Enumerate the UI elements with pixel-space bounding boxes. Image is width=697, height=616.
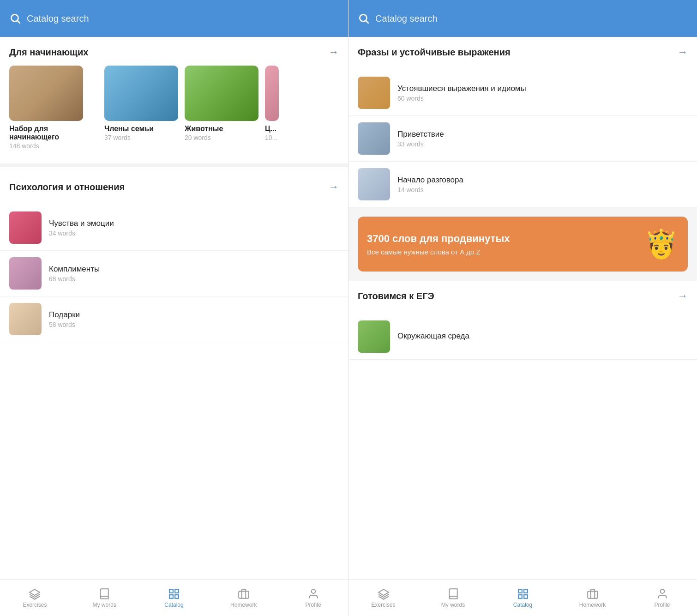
idioms-info: Устоявшиеся выражения и идиомы 60 words [397, 84, 526, 102]
feelings-img [9, 211, 42, 244]
card-nabot[interactable]: Набор для начинающего 148 words [9, 66, 98, 150]
nav-homework-left[interactable]: Homework [209, 580, 278, 616]
section-psychology-arrow[interactable]: → [329, 181, 339, 193]
conversation-title: Начало разговора [397, 175, 463, 185]
svg-point-15 [660, 589, 664, 593]
svg-point-7 [311, 589, 315, 593]
compliments-img [9, 257, 42, 290]
card-animals[interactable]: Животные 20 words [185, 66, 258, 150]
nav-profile-left[interactable]: Profile [278, 580, 348, 616]
search-input-left[interactable] [27, 13, 339, 24]
svg-rect-2 [169, 589, 173, 593]
section-phrases-header: Фразы и устойчивые выражения → [358, 46, 688, 58]
nav-profile-right[interactable]: Profile [627, 580, 697, 616]
section-phrases: Фразы и устойчивые выражения → [348, 37, 697, 70]
idioms-words: 60 words [397, 95, 526, 102]
nav-profile-label-right: Profile [654, 602, 670, 608]
list-item-idioms[interactable]: Устоявшиеся выражения и идиомы 60 words [348, 70, 697, 116]
nav-mywords-right[interactable]: My words [418, 580, 488, 616]
promo-banner[interactable]: 3700 слов для продвинутых Все самые нужн… [358, 217, 688, 272]
partial-img [265, 66, 279, 121]
card-family[interactable]: Члены семьи 37 words [104, 66, 178, 150]
svg-rect-3 [175, 589, 179, 593]
card-animals-words: 20 words [185, 134, 258, 141]
animals-img [185, 66, 258, 121]
section-ege-arrow[interactable]: → [678, 290, 688, 302]
search-bar-left[interactable] [0, 0, 348, 37]
svg-rect-5 [175, 595, 179, 598]
list-item-compliments[interactable]: Комплименты 68 words [0, 251, 348, 296]
beginners-cards: Набор для начинающего 148 words Члены се… [9, 66, 339, 154]
search-icon-left [9, 12, 21, 24]
left-content: Для начинающих → Набор для начинающего 1… [0, 37, 348, 579]
svg-rect-11 [524, 589, 528, 593]
search-input-right[interactable] [375, 13, 688, 24]
card-family-words: 37 words [104, 134, 178, 141]
compliments-words: 68 words [49, 275, 100, 283]
nav-exercises-label-right: Exercises [371, 602, 395, 608]
list-item-gifts[interactable]: Подарки 58 words [0, 296, 348, 342]
svg-rect-10 [518, 589, 522, 593]
nav-mywords-label-right: My words [441, 602, 465, 608]
section-beginners-header: Для начинающих → [9, 46, 339, 58]
list-item-greeting[interactable]: Приветствие 33 words [348, 116, 697, 162]
right-panel: Фразы и устойчивые выражения → Устоявшие… [348, 0, 697, 616]
section-beginners-arrow[interactable]: → [329, 46, 339, 58]
exercises-icon-left [29, 588, 41, 600]
conversation-words: 14 words [397, 186, 463, 193]
list-item-environment[interactable]: Окружающая среда [348, 314, 697, 360]
search-bar-right[interactable] [348, 0, 697, 37]
svg-rect-14 [588, 591, 598, 598]
card-animals-title: Животные [185, 125, 258, 133]
compliments-title: Комплименты [49, 265, 100, 274]
list-item-conversation[interactable]: Начало разговора 14 words [348, 162, 697, 207]
svg-line-9 [366, 21, 368, 23]
nav-catalog-left[interactable]: Catalog [139, 580, 209, 616]
feelings-thumb [9, 211, 42, 244]
woman-reading-img [9, 66, 83, 121]
list-item-feelings[interactable]: Чувства и эмоции 34 words [0, 205, 348, 251]
search-icon-right [358, 12, 370, 24]
promo-emoji-icon: 🤴 [644, 228, 679, 260]
nav-catalog-right[interactable]: Catalog [488, 580, 558, 616]
compliments-info: Комплименты 68 words [49, 265, 100, 283]
greeting-img [358, 122, 390, 155]
section-psychology: Психология и отношения → [0, 172, 348, 205]
family-img [104, 66, 178, 121]
right-content: Фразы и устойчивые выражения → Устоявшие… [348, 37, 697, 579]
nav-exercises-left[interactable]: Exercises [0, 580, 70, 616]
card-nabot-title: Набор для начинающего [9, 125, 98, 141]
divider-1 [0, 163, 348, 167]
conversation-img [358, 168, 390, 200]
card-family-title: Члены семьи [104, 125, 178, 133]
nav-mywords-left[interactable]: My words [70, 580, 139, 616]
profile-icon-right [656, 588, 668, 600]
card-nabot-image [9, 66, 83, 121]
section-ege-header: Готовимся к ЕГЭ → [358, 290, 688, 302]
section-phrases-arrow[interactable]: → [678, 46, 688, 58]
nav-catalog-label-right: Catalog [513, 602, 532, 608]
profile-icon-left [307, 588, 319, 600]
promo-title: 3700 слов для продвинутых [367, 232, 510, 246]
greeting-words: 33 words [397, 140, 444, 148]
nav-homework-label-right: Homework [579, 602, 606, 608]
nav-homework-label-left: Homework [230, 602, 257, 608]
section-phrases-title: Фразы и устойчивые выражения [358, 47, 511, 58]
section-ege-title: Готовимся к ЕГЭ [358, 291, 434, 302]
section-psychology-header: Психология и отношения → [9, 181, 339, 193]
left-panel: Для начинающих → Набор для начинающего 1… [0, 0, 348, 616]
greeting-info: Приветствие 33 words [397, 130, 444, 148]
conversation-thumb [358, 168, 390, 200]
feelings-info: Чувства и эмоции 34 words [49, 219, 114, 237]
homework-icon-right [587, 588, 599, 600]
section-beginners: Для начинающих → Набор для начинающего 1… [0, 37, 348, 159]
mywords-icon-left [98, 588, 110, 600]
feelings-words: 34 words [49, 229, 114, 237]
environment-img [358, 320, 390, 353]
nav-exercises-label-left: Exercises [23, 602, 47, 608]
gifts-img [9, 303, 42, 335]
nav-homework-right[interactable]: Homework [558, 580, 627, 616]
card-partial[interactable]: Ц... 10... [265, 66, 339, 150]
nav-profile-label-left: Profile [306, 602, 321, 608]
nav-exercises-right[interactable]: Exercises [348, 580, 418, 616]
